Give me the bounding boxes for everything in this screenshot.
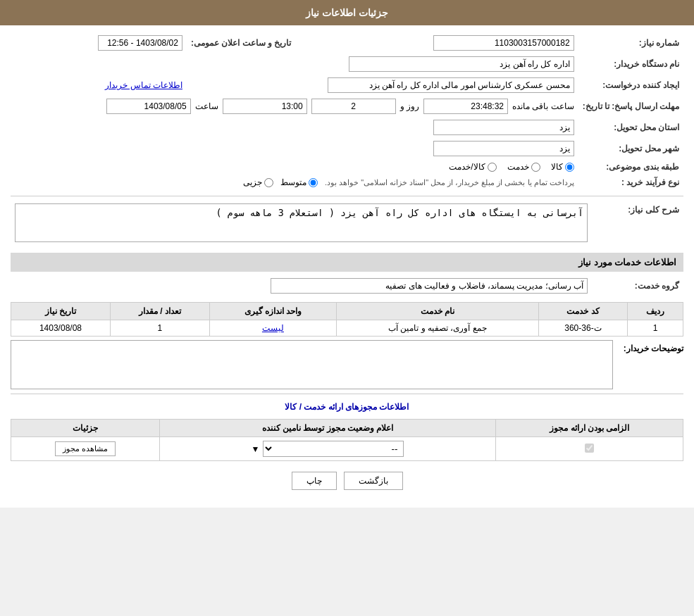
khadamat-title: اطلاعات خدمات مورد نیاز: [11, 253, 683, 272]
tabaqe-options: کالا/خدمت خدمت کالا: [11, 159, 578, 175]
content-area: شماره نیاز: 1103003157000182 تاریخ و ساع…: [0, 25, 694, 508]
radio-kala[interactable]: کالا: [551, 162, 574, 172]
radio-motvaset[interactable]: متوسط: [280, 177, 318, 187]
gorohe-table: گروه خدمت: آب رسانی؛ مدیریت پسماند، فاضل…: [11, 275, 683, 296]
tarikh-elan-label: تاریخ و ساعت اعلان عمومی:: [187, 32, 295, 54]
services-tbody: 1 ت-36-360 جمع آوری، تصفیه و تامین آب لی…: [11, 320, 683, 337]
col-detail: جزئیات: [11, 420, 160, 437]
row-ostan: استان محل تحویل: یزد: [11, 117, 683, 138]
mojavez-section-label: اطلاعات مجوزهای ارائه خدمت / کالا: [11, 398, 683, 415]
mojavez-header-row: الزامی بودن ارائه مجوز اعلام وضعیت مجوز …: [11, 420, 683, 437]
mojavez-tbody: -- ▼ مشاهده مجوز: [11, 437, 683, 461]
mohlat-row: 1403/08/05 ساعت 13:00 2 روز و 23:48:32: [11, 96, 578, 117]
row-shomare: شماره نیاز: 1103003157000182 تاریخ و ساع…: [11, 32, 683, 54]
nooe-label: نوع فرآیند خرید :: [578, 175, 683, 190]
cell-date: 1403/08/08: [11, 320, 111, 337]
tarikh-elan-value: 1403/08/02 - 12:56: [11, 32, 187, 54]
radio-kala-khedmat-input[interactable]: [488, 163, 497, 172]
ijad-value: محسن عسکری کارشناس امور مالی اداره کل را…: [187, 75, 578, 96]
gorohe-input: آب رسانی؛ مدیریت پسماند، فاضلاب و فعالیت…: [271, 278, 588, 294]
saat-static-label: ساعت: [195, 101, 218, 111]
sharh-table: شرح کلی نیاز: <span data-bind="fields.sh…: [11, 201, 683, 247]
back-button[interactable]: بازگشت: [344, 472, 403, 490]
cell-unit[interactable]: لیست: [209, 320, 336, 337]
dastgah-input: اداره کل راه آهن یزد: [349, 56, 574, 72]
services-table: ردیف کد خدمت نام خدمت واحد اندازه گیری ت…: [11, 302, 683, 337]
roz-static-label: روز و: [400, 101, 419, 111]
col-status: اعلام وضعیت مجوز توسط نامین کننده: [159, 420, 496, 437]
dastgah-label: نام دستگاه خریدار:: [578, 54, 683, 75]
mojavez-table: الزامی بودن ارائه مجوز اعلام وضعیت مجوز …: [11, 419, 683, 461]
cell-name: جمع آوری، تصفیه و تامین آب: [337, 320, 538, 337]
chevron-down-icon: ▼: [252, 444, 260, 454]
tarikh-elan-input: 1403/08/02 - 12:56: [98, 35, 182, 51]
col-unit: واحد اندازه گیری: [209, 303, 336, 320]
page-header: جزئیات اطلاعات نیاز: [0, 0, 694, 25]
sharh-label: شرح کلی نیاز:: [592, 201, 683, 247]
tawzihat-section: توضیحات خریدار:: [11, 340, 683, 389]
sharh-value: <span data-bind="fields.sharh_value"></s…: [11, 201, 592, 247]
row-mohlat: مهلت ارسال پاسخ: تا تاریخ: 1403/08/05 سا…: [11, 96, 683, 117]
cell-radif: 1: [628, 320, 683, 337]
nooe-desc: پرداخت تمام یا بخشی از مبلغ خریدار، از م…: [325, 178, 574, 187]
divider-2: [11, 394, 683, 394]
tawzihat-label: توضیحات خریدار:: [620, 340, 683, 353]
detail-cell: مشاهده مجوز: [11, 437, 160, 461]
radio-khedmat-input[interactable]: [531, 163, 540, 172]
row-dastgah: نام دستگاه خریدار: اداره کل راه آهن یزد: [11, 54, 683, 75]
shomare-value: 1103003157000182: [295, 32, 578, 54]
radio-jozii-input[interactable]: [264, 178, 273, 187]
radio-khedmat[interactable]: خدمت: [507, 162, 540, 172]
row-ijad: ایجاد کننده درخواست: محسن عسکری کارشناس …: [11, 75, 683, 96]
etelaat-tamas-link[interactable]: اطلاعات تماس خریدار: [105, 80, 182, 90]
ijad-label: ایجاد کننده درخواست:: [578, 75, 683, 96]
etelaat-tamas-cell: اطلاعات تماس خریدار: [11, 75, 187, 96]
col-elzami: الزامی بودن ارائه مجوز: [496, 420, 683, 437]
remaining-label: ساعت باقی مانده: [512, 101, 574, 111]
nooe-options: جزیی متوسط پرداخت تمام یا بخشی از مبلغ خ…: [11, 175, 578, 190]
shomare-input: 1103003157000182: [433, 35, 574, 51]
elzami-cell: [496, 437, 683, 461]
col-date: تاریخ نیاز: [11, 303, 111, 320]
shahr-value: یزد: [11, 138, 578, 159]
row-nooe: نوع فرآیند خرید : جزیی متوسط پرداخت تمام…: [11, 175, 683, 190]
date-input: 1403/08/05: [106, 99, 191, 114]
col-code: کد خدمت: [538, 303, 628, 320]
tawzihat-textarea[interactable]: [11, 340, 613, 389]
elzami-checkbox: [585, 444, 594, 453]
print-button[interactable]: چاپ: [292, 472, 337, 490]
col-qty: تعداد / مقدار: [110, 303, 209, 320]
mohlat-label: مهلت ارسال پاسخ: تا تاریخ:: [578, 96, 683, 117]
status-cell: -- ▼: [159, 437, 496, 461]
ijad-input: محسن عسکری کارشناس امور مالی اداره کل را…: [328, 77, 574, 93]
radio-motvaset-input[interactable]: [309, 178, 318, 187]
radio-kala-input[interactable]: [565, 163, 574, 172]
radio-jozii[interactable]: جزیی: [243, 177, 273, 187]
sharh-textarea[interactable]: <span data-bind="fields.sharh_value"></s…: [15, 203, 588, 242]
gorohe-value: آب رسانی؛ مدیریت پسماند، فاضلاب و فعالیت…: [11, 275, 592, 296]
roz-input: 2: [311, 99, 396, 114]
view-permit-button[interactable]: مشاهده مجوز: [55, 441, 116, 456]
page-title: جزئیات اطلاعات نیاز: [306, 7, 388, 18]
saat-input: 13:00: [223, 99, 307, 114]
tabaqe-label: طبقه بندی موضوعی:: [578, 159, 683, 175]
table-row: 1 ت-36-360 جمع آوری، تصفیه و تامین آب لی…: [11, 320, 683, 337]
mojavez-thead: الزامی بودن ارائه مجوز اعلام وضعیت مجوز …: [11, 420, 683, 437]
dastgah-value: اداره کل راه آهن یزد: [11, 54, 578, 75]
ostan-input: یزد: [433, 120, 574, 135]
row-sharh: شرح کلی نیاز: <span data-bind="fields.sh…: [11, 201, 683, 247]
cell-code: ت-36-360: [538, 320, 628, 337]
shomare-label: شماره نیاز:: [578, 32, 683, 54]
col-name: نام خدمت: [337, 303, 538, 320]
row-shahr: شهر محل تحویل: یزد: [11, 138, 683, 159]
top-info-table: شماره نیاز: 1103003157000182 تاریخ و ساع…: [11, 32, 683, 190]
button-row: بازگشت چاپ: [11, 472, 683, 490]
services-thead: ردیف کد خدمت نام خدمت واحد اندازه گیری ت…: [11, 303, 683, 320]
gorohe-label: گروه خدمت:: [592, 275, 683, 296]
row-gorohe: گروه خدمت: آب رسانی؛ مدیریت پسماند، فاضل…: [11, 275, 683, 296]
ostan-value: یزد: [11, 117, 578, 138]
radio-kala-khedmat[interactable]: کالا/خدمت: [449, 162, 496, 172]
shahr-label: شهر محل تحویل:: [578, 138, 683, 159]
shahr-input: یزد: [433, 141, 574, 156]
status-select[interactable]: --: [263, 441, 404, 457]
